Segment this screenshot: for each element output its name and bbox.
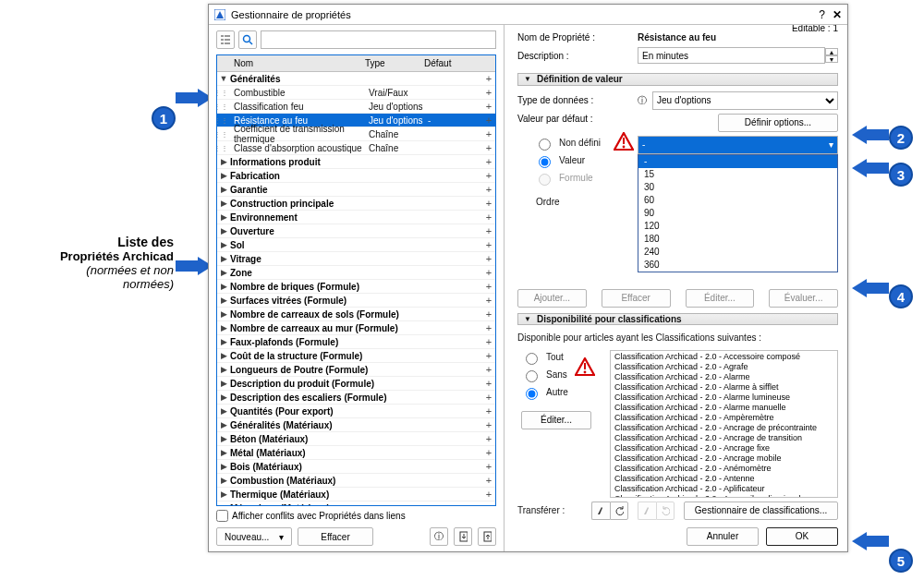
add-button[interactable]: Ajouter... bbox=[517, 289, 587, 308]
dropdown-option[interactable]: 90 bbox=[638, 207, 837, 220]
tree-property[interactable]: ⋮⋮Classification feuJeu d'options+ bbox=[217, 100, 495, 114]
classification-item[interactable]: Classification Archicad - 2.0 - Anémomèt… bbox=[614, 464, 833, 474]
properties-tree[interactable]: Nom Type Défaut ▼Généralités+⋮⋮Combustib… bbox=[216, 54, 496, 506]
tree-view-icon[interactable] bbox=[216, 30, 235, 49]
define-options-button[interactable]: Définir options... bbox=[718, 114, 838, 132]
show-conflicts-checkbox[interactable]: Afficher conflits avec Propriétés dans l… bbox=[216, 510, 496, 522]
redo-icon[interactable] bbox=[656, 501, 675, 520]
new-button[interactable]: Nouveau...▾ bbox=[216, 527, 292, 546]
search-icon[interactable] bbox=[238, 30, 257, 49]
description-input[interactable] bbox=[638, 47, 825, 64]
edit-button[interactable]: Éditer... bbox=[686, 289, 755, 308]
ok-button[interactable]: OK bbox=[766, 527, 838, 546]
apply-icon[interactable] bbox=[638, 501, 656, 520]
datatype-select[interactable]: Jeu d'options bbox=[652, 91, 838, 110]
evaluate-button[interactable]: Évaluer... bbox=[769, 289, 838, 308]
dropdown-option[interactable]: 360 bbox=[638, 259, 837, 272]
tree-group[interactable]: ▶Garantie+ bbox=[217, 183, 495, 197]
dropdown-option[interactable]: 180 bbox=[638, 233, 837, 246]
dropdown-option[interactable]: 120 bbox=[638, 220, 837, 233]
left-panel: Nom Type Défaut ▼Généralités+⋮⋮Combustib… bbox=[209, 25, 505, 551]
description-spinner[interactable]: ▲▼ bbox=[825, 48, 838, 63]
dropdown-option[interactable]: - bbox=[638, 155, 837, 168]
tree-group[interactable]: ▶Bois (Matériaux)+ bbox=[217, 460, 495, 474]
tree-group[interactable]: ▶Vitrage+ bbox=[217, 252, 495, 266]
classification-item[interactable]: Classification Archicad - 2.0 - Alarme l… bbox=[614, 393, 833, 403]
datatype-label: Type de données : bbox=[517, 95, 638, 105]
tree-group[interactable]: ▶Généralités (Matériaux)+ bbox=[217, 418, 495, 432]
export-icon[interactable] bbox=[478, 527, 496, 546]
dropdown-option[interactable]: 15 bbox=[638, 168, 837, 181]
value-dropdown[interactable]: -15306090120180240360 bbox=[638, 154, 838, 272]
classification-item[interactable]: Classification Archicad - 2.0 - Aplifica… bbox=[614, 484, 833, 494]
classification-item[interactable]: Classification Archicad - 2.0 - Alarme m… bbox=[614, 403, 833, 413]
tree-group[interactable]: ▶Fabrication+ bbox=[217, 169, 495, 183]
tree-group[interactable]: ▶Nombre de briques (Formule)+ bbox=[217, 280, 495, 294]
tree-property[interactable]: ⋮⋮Coefficient de transmission thermiqueC… bbox=[217, 127, 495, 141]
tree-group[interactable]: ▶Description des escaliers (Formule)+ bbox=[217, 391, 495, 405]
tree-group[interactable]: ▶Faux-plafonds (Formule)+ bbox=[217, 335, 495, 349]
classification-manager-button[interactable]: Gestionnaire de classifications... bbox=[684, 501, 838, 520]
info-icon[interactable]: ⓘ bbox=[638, 94, 647, 107]
tree-group[interactable]: ▶Nombre de carreaux au mur (Formule)+ bbox=[217, 321, 495, 335]
search-input[interactable] bbox=[261, 30, 496, 49]
tree-group[interactable]: ▶Thermique (Matériaux)+ bbox=[217, 488, 495, 501]
tree-group[interactable]: ▶Construction principale+ bbox=[217, 197, 495, 211]
classification-list[interactable]: Classification Archicad - 2.0 - Accessoi… bbox=[610, 350, 838, 498]
cancel-button[interactable]: Annuler bbox=[687, 527, 759, 546]
classification-item[interactable]: Classification Archicad - 2.0 - Agrafe bbox=[614, 362, 833, 372]
undo-icon[interactable] bbox=[610, 501, 628, 520]
tree-group[interactable]: ▶Surfaces vitrées (Formule)+ bbox=[217, 294, 495, 308]
tree-group[interactable]: ▶Ouverture+ bbox=[217, 224, 495, 238]
tree-group[interactable]: ▶Béton (Matériaux)+ bbox=[217, 432, 495, 446]
info-icon[interactable]: ⓘ bbox=[430, 527, 448, 546]
value-select[interactable]: -▾ bbox=[638, 136, 838, 154]
classification-item[interactable]: Classification Archicad - 2.0 - Antenne bbox=[614, 474, 833, 484]
help-icon[interactable]: ? bbox=[819, 8, 825, 21]
dropdown-option[interactable]: 240 bbox=[638, 246, 837, 259]
tree-group[interactable]: ▶Informations produit+ bbox=[217, 155, 495, 169]
tree-group[interactable]: ▶Combustion (Matériaux)+ bbox=[217, 474, 495, 488]
radio-other[interactable]: Autre bbox=[521, 385, 601, 400]
dropdown-option[interactable]: 60 bbox=[638, 194, 837, 207]
classification-item[interactable]: Classification Archicad - 2.0 - Accessoi… bbox=[614, 352, 833, 362]
tree-group[interactable]: ▶Métal (Matériaux)+ bbox=[217, 446, 495, 460]
section-availability[interactable]: ▼Disponibilité pour classifications bbox=[517, 313, 838, 325]
col-name[interactable]: Nom bbox=[217, 58, 365, 68]
section-value-definition[interactable]: ▼Définition de valeur bbox=[517, 73, 838, 85]
classification-item[interactable]: Classification Archicad - 2.0 - Ancrage … bbox=[614, 443, 833, 453]
tree-group[interactable]: ▶Zone+ bbox=[217, 266, 495, 280]
col-def[interactable]: Défaut bbox=[424, 58, 482, 68]
classification-item[interactable]: Classification Archicad - 2.0 - Ampèremè… bbox=[614, 413, 833, 423]
tree-group[interactable]: ▶Environnement+ bbox=[217, 211, 495, 224]
tree-group[interactable]: ▶Nombre de carreaux de sols (Formule)+ bbox=[217, 308, 495, 321]
edit-classif-button[interactable]: Éditer... bbox=[521, 411, 591, 429]
tree-group[interactable]: ▶Mécanique (Matériaux)+ bbox=[217, 501, 495, 505]
classification-item[interactable]: Classification Archicad - 2.0 - Ancrage … bbox=[614, 423, 833, 433]
import-icon[interactable] bbox=[454, 527, 472, 546]
classification-item[interactable]: Classification Archicad - 2.0 - Alarme à… bbox=[614, 382, 833, 393]
tree-property[interactable]: ⋮⋮CombustibleVrai/Faux+ bbox=[217, 86, 495, 100]
classification-item[interactable]: Classification Archicad - 2.0 - Ancrage … bbox=[614, 453, 833, 464]
tree-group[interactable]: ▶Quantités (Pour export)+ bbox=[217, 405, 495, 418]
classification-item[interactable]: Classification Archicad - 2.0 - Appareil… bbox=[614, 494, 833, 498]
svg-point-13 bbox=[623, 145, 626, 148]
tree-group[interactable]: ▶Sol+ bbox=[217, 238, 495, 252]
tree-group[interactable]: ▶Description du produit (Formule)+ bbox=[217, 377, 495, 391]
classification-item[interactable]: Classification Archicad - 2.0 - Ancrage … bbox=[614, 433, 833, 443]
tree-group[interactable]: ▶Coût de la structure (Formule)+ bbox=[217, 349, 495, 363]
close-icon[interactable]: ✕ bbox=[833, 8, 842, 21]
radio-value[interactable]: Valeur bbox=[534, 153, 638, 168]
delete-button[interactable]: Effacer bbox=[298, 527, 373, 546]
classification-item[interactable]: Classification Archicad - 2.0 - Alarme bbox=[614, 372, 833, 382]
pick-icon[interactable] bbox=[591, 501, 610, 520]
tree-group[interactable]: ▼Généralités+ bbox=[217, 72, 495, 86]
tree-group[interactable]: ▶Longueurs de Poutre (Formule)+ bbox=[217, 363, 495, 377]
warning-icon bbox=[575, 357, 595, 376]
col-type[interactable]: Type bbox=[365, 58, 424, 68]
clear-button[interactable]: Effacer bbox=[602, 289, 671, 308]
arrow-2 bbox=[852, 126, 889, 144]
transfer-apply-pair bbox=[638, 501, 675, 520]
dropdown-option[interactable]: 30 bbox=[638, 181, 837, 194]
tree-property[interactable]: ⋮⋮Classe d'absorption acoustiqueChaîne+ bbox=[217, 141, 495, 155]
